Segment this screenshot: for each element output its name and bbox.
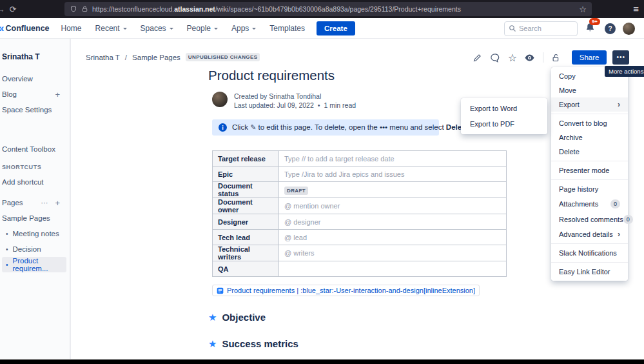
sidebar-item-content-toolbox[interactable]: Content Toolbox: [2, 141, 66, 157]
menu-item-easy-link-editor[interactable]: Easy Link Editor: [551, 265, 628, 279]
sidebar-item-product-requirements[interactable]: • Product requirem...: [2, 257, 66, 272]
search-icon: [509, 25, 516, 32]
menu-item-delete[interactable]: Delete: [551, 145, 628, 159]
search-box[interactable]: [504, 21, 578, 36]
row-label[interactable]: Designer: [213, 214, 279, 230]
bullet-icon: •: [6, 261, 8, 268]
info-banner: i Click ✎ to edit this page. To delete, …: [212, 119, 439, 136]
sidebar-item-space-settings[interactable]: Space Settings: [2, 102, 66, 117]
browser-reload-icon[interactable]: ⟳: [5, 5, 21, 14]
breadcrumb-parent-link[interactable]: Sample Pages: [132, 54, 181, 61]
user-avatar[interactable]: [623, 23, 635, 35]
table-row: Designer @ designer: [213, 214, 507, 230]
sidebar-item-meeting-notes[interactable]: • Meeting notes: [2, 226, 66, 241]
breadcrumb-space-link[interactable]: Srinatha T: [86, 54, 120, 61]
ellipsis-icon: •••: [380, 123, 387, 131]
plus-icon[interactable]: +: [55, 198, 60, 208]
menu-item-advanced-details[interactable]: Advanced details ›: [551, 227, 628, 241]
menu-item-slack-notifications[interactable]: Slack Notifications: [551, 246, 628, 260]
nav-item-templates[interactable]: Templates: [269, 24, 305, 33]
search-input[interactable]: [519, 25, 571, 32]
menu-item-presenter-mode[interactable]: Presenter mode: [551, 163, 628, 177]
byline-updated[interactable]: Last updated: Jul 09, 2022: [234, 101, 314, 110]
unrestricted-lock-icon[interactable]: [551, 52, 562, 63]
row-label[interactable]: Epic: [213, 167, 279, 182]
bullet-icon: •: [6, 246, 8, 253]
nav-item-people[interactable]: People: [187, 24, 218, 33]
favorite-star-icon[interactable]: ☆: [507, 52, 518, 63]
confluence-logo-text: Confluence: [5, 24, 49, 33]
nav-item-recent[interactable]: Recent: [95, 24, 127, 33]
row-value[interactable]: @ lead: [279, 230, 507, 245]
menu-item-page-history[interactable]: Page history: [551, 182, 628, 196]
table-row: Document status DRAFT: [213, 182, 507, 198]
row-value[interactable]: Type /Jira to add Jira epics and issues: [279, 167, 507, 182]
notifications-button[interactable]: 9+: [585, 22, 598, 35]
breadcrumb: Srinatha T / Sample Pages UNPUBLISHED CH…: [86, 53, 260, 61]
menu-item-convert-to-blog[interactable]: Convert to blog: [551, 116, 628, 130]
row-label[interactable]: Document owner: [213, 198, 279, 214]
page-title: Product requirements: [208, 68, 335, 83]
export-submenu: Export to Word Export to PDF: [461, 98, 547, 134]
page-toolbar: ☆ Share •••: [472, 50, 629, 65]
url-text: https://testconfluencecloud.atlassian.ne…: [92, 5, 574, 13]
row-value[interactable]: DRAFT: [279, 182, 507, 198]
properties-table: Target release Type // to add a target r…: [212, 150, 507, 277]
menu-item-move[interactable]: Move: [551, 83, 628, 97]
row-label[interactable]: Document status: [213, 182, 279, 198]
sidebar-item-overview[interactable]: Overview: [2, 71, 66, 86]
nav-item-spaces[interactable]: Spaces: [141, 24, 173, 33]
browser-forward-icon[interactable]: →: [0, 5, 5, 14]
sidebar-item-blog[interactable]: Blog +: [2, 86, 66, 102]
browser-menu-icon[interactable]: ≡: [633, 3, 639, 14]
sidebar-item-add-shortcut[interactable]: Add shortcut: [2, 174, 66, 190]
row-label[interactable]: QA: [213, 261, 279, 277]
confluence-logo[interactable]: « Confluence: [0, 23, 50, 34]
row-value[interactable]: Type // to add a target release date: [279, 151, 507, 167]
edit-pencil-icon[interactable]: [472, 52, 483, 63]
menu-item-archive[interactable]: Archive: [551, 130, 628, 145]
watch-eye-icon[interactable]: [524, 52, 536, 63]
sidebar-item-pages[interactable]: Pages ⋯ +: [2, 195, 66, 210]
navbar-menu: Home Recent Spaces People Apps Templates: [61, 24, 306, 33]
menu-item-attachments[interactable]: Attachments 0: [551, 196, 628, 212]
bookmark-star-icon[interactable]: ☆: [579, 5, 587, 14]
share-button[interactable]: Share: [572, 50, 607, 65]
space-name[interactable]: Srinatha T: [2, 49, 66, 65]
row-label[interactable]: Technical writers: [213, 245, 279, 261]
menu-item-export-to-pdf[interactable]: Export to PDF: [461, 116, 547, 132]
url-bar[interactable]: https://testconfluencecloud.atlassian.ne…: [64, 2, 592, 16]
row-value[interactable]: @ mention owner: [279, 198, 507, 214]
row-label[interactable]: Tech lead: [213, 230, 279, 245]
sidebar-item-decision[interactable]: • Decision: [2, 241, 66, 257]
row-value[interactable]: [279, 261, 507, 277]
nav-item-home[interactable]: Home: [61, 24, 82, 33]
row-value[interactable]: @ designer: [279, 214, 507, 230]
comment-icon[interactable]: [489, 52, 501, 63]
row-label[interactable]: Target release: [213, 151, 279, 167]
menu-item-export[interactable]: Export ›: [551, 97, 628, 112]
menu-item-export-to-word[interactable]: Export to Word: [461, 101, 547, 116]
more-actions-tooltip: More actions: [605, 66, 644, 77]
create-button[interactable]: Create: [317, 21, 355, 35]
pencil-icon: ✎: [250, 123, 256, 131]
menu-item-resolved-comments[interactable]: Resolved comments 0: [551, 212, 628, 227]
table-row: Target release Type // to add a target r…: [213, 151, 507, 167]
inline-extension-link[interactable]: Product requirements | :blue_star:-User-…: [212, 285, 480, 296]
notification-badge: 9+: [589, 18, 600, 25]
byline-created[interactable]: Created by Srinatha Tondihal: [234, 92, 356, 101]
sidebar-item-sample-pages[interactable]: Sample Pages: [2, 210, 66, 226]
unpublished-changes-badge: UNPUBLISHED CHANGES: [186, 53, 260, 61]
author-avatar[interactable]: [212, 92, 228, 107]
nav-item-apps[interactable]: Apps: [231, 24, 256, 33]
row-value[interactable]: @ writers: [279, 245, 507, 261]
plus-icon[interactable]: +: [55, 90, 60, 99]
table-row: QA: [213, 261, 507, 277]
heading-objective: ★ Objective: [208, 312, 266, 323]
chevron-right-icon: ›: [618, 231, 620, 238]
ellipsis-icon[interactable]: ⋯: [41, 199, 48, 207]
blue-star-icon: ★: [208, 339, 217, 349]
more-actions-button[interactable]: •••: [612, 50, 629, 65]
app-navbar: « Confluence Home Recent Spaces People A…: [0, 18, 644, 39]
help-button[interactable]: ?: [605, 23, 616, 34]
